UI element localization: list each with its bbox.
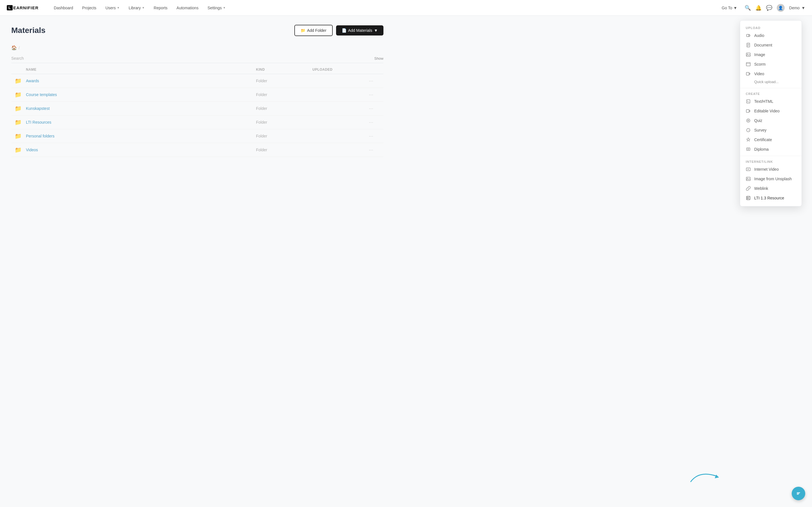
certificate-label: Certificate: [754, 137, 772, 142]
row-menu-icon[interactable]: ⋯: [369, 147, 380, 153]
svg-marker-1: [749, 34, 750, 37]
row-name: Course templates: [26, 93, 256, 97]
audio-icon: [746, 33, 751, 38]
lti-resources-row[interactable]: 📁 LTI Resources Folder ⋯: [11, 115, 384, 129]
row-kind: Folder: [256, 78, 312, 83]
svg-marker-15: [749, 110, 750, 112]
audio-label: Audio: [754, 33, 764, 38]
nav-projects[interactable]: Projects: [78, 3, 100, 12]
nav-settings[interactable]: Settings ▼: [204, 3, 230, 12]
svg-text:?: ?: [748, 129, 749, 132]
internet-section-label: INTERNET/LINK: [740, 158, 802, 165]
create-survey-item[interactable]: ? Survey: [740, 125, 802, 135]
svg-rect-20: [747, 148, 750, 151]
show-link[interactable]: Show: [374, 56, 384, 61]
text-html-icon: [746, 99, 751, 104]
scorm-icon: [746, 62, 751, 67]
row-name: Kunskapstest: [26, 106, 256, 111]
nav-reports[interactable]: Reports: [150, 3, 171, 12]
upload-image-item[interactable]: Image: [740, 50, 802, 59]
internet-video-item[interactable]: Internet Video: [740, 165, 802, 166]
breadcrumb: 🏠 /: [11, 45, 384, 50]
user-menu[interactable]: Demo ▼: [789, 6, 805, 10]
upload-audio-item[interactable]: Audio: [740, 31, 802, 40]
personal-folders-row[interactable]: 📁 Personal folders Folder ⋯: [11, 129, 384, 143]
svg-point-16: [747, 119, 750, 122]
course-templates-row[interactable]: 📁 Course templates Folder ⋯: [11, 88, 384, 102]
chat-icon[interactable]: 💬: [766, 5, 772, 11]
add-materials-button[interactable]: 📄 Add Materials ▼: [336, 25, 384, 36]
diploma-label: Diploma: [754, 147, 769, 152]
settings-chevron-icon: ▼: [223, 6, 226, 9]
search-icon[interactable]: 🔍: [745, 5, 751, 11]
row-name: Awards: [26, 78, 256, 83]
survey-label: Survey: [754, 128, 767, 132]
header-actions: 📁 Add Folder 📄 Add Materials ▼: [294, 25, 384, 36]
svg-rect-10: [746, 72, 749, 75]
page-title: Materials: [11, 26, 45, 35]
add-folder-button[interactable]: 📁 Add Folder: [294, 25, 333, 36]
certificate-icon: [746, 137, 751, 142]
table-header: NAME KIND UPLOADED: [11, 65, 384, 74]
folder-icon: 📁: [15, 77, 26, 84]
create-quiz-item[interactable]: Quiz: [740, 116, 802, 125]
row-menu-icon[interactable]: ⋯: [369, 106, 380, 111]
folder-icon: 📁: [15, 105, 26, 112]
text-html-label: Text/HTML: [754, 99, 773, 104]
notification-icon[interactable]: 🔔: [755, 5, 762, 11]
row-kind: Folder: [256, 148, 312, 152]
kunskapstest-row[interactable]: 📁 Kunskapstest Folder ⋯: [11, 102, 384, 115]
nav-automations[interactable]: Automations: [172, 3, 202, 12]
editable-video-label: Editable Video: [754, 109, 779, 113]
create-certificate-item[interactable]: Certificate: [740, 135, 802, 145]
user-chevron-icon: ▼: [801, 6, 805, 10]
app-logo[interactable]: L EARNIFIER: [7, 5, 39, 10]
row-kind: Folder: [256, 120, 312, 124]
add-materials-icon: 📄: [342, 28, 347, 33]
row-name: LTI Resources: [26, 120, 256, 124]
row-menu-icon[interactable]: ⋯: [369, 120, 380, 125]
row-menu-icon[interactable]: ⋯: [369, 92, 380, 98]
breadcrumb-home-icon[interactable]: 🏠: [11, 45, 17, 50]
awards-row[interactable]: 📁 Awards Folder ⋯: [11, 74, 384, 88]
main-content: Materials 📁 Add Folder 📄 Add Materials ▼…: [0, 16, 395, 166]
folder-icon: 📁: [15, 91, 26, 98]
row-kind: Folder: [256, 134, 312, 138]
upload-video-item[interactable]: Video: [740, 69, 802, 78]
svg-rect-14: [746, 110, 749, 112]
svg-rect-0: [747, 34, 749, 37]
row-menu-icon[interactable]: ⋯: [369, 78, 380, 83]
col-kind: KIND: [256, 68, 312, 71]
quick-upload-item[interactable]: Quick upload...: [740, 78, 802, 86]
upload-document-item[interactable]: Document: [740, 40, 802, 50]
nav-right: Go To ▼ 🔍 🔔 💬 👤 Demo ▼: [719, 4, 805, 12]
nav-users[interactable]: Users ▼: [101, 3, 123, 12]
document-label: Document: [754, 43, 772, 47]
col-actions: [369, 68, 380, 71]
nav-library[interactable]: Library ▼: [124, 3, 149, 12]
row-name: Videos: [26, 148, 256, 152]
goto-button[interactable]: Go To ▼: [719, 4, 740, 12]
create-editable-video-item[interactable]: Editable Video: [740, 106, 802, 116]
videos-row[interactable]: 📁 Videos Folder ⋯: [11, 143, 384, 157]
create-diploma-item[interactable]: Diploma: [740, 145, 802, 154]
col-uploaded: UPLOADED: [312, 68, 369, 71]
col-name: NAME: [26, 68, 256, 71]
row-menu-icon[interactable]: ⋯: [369, 133, 380, 139]
create-section-label: CREATE: [740, 90, 802, 97]
add-materials-dropdown: UPLOAD Audio Document Image Scorm Video …: [740, 20, 802, 166]
survey-icon: ?: [746, 128, 751, 133]
upload-scorm-item[interactable]: Scorm: [740, 59, 802, 69]
create-text-html-item[interactable]: Text/HTML: [740, 97, 802, 106]
folder-icon: 📁: [15, 147, 26, 153]
search-input[interactable]: [11, 56, 96, 61]
folder-icon: 📁: [15, 119, 26, 126]
goto-chevron-icon: ▼: [733, 6, 737, 10]
page-header: Materials 📁 Add Folder 📄 Add Materials ▼: [11, 25, 384, 36]
nav-dashboard[interactable]: Dashboard: [50, 3, 77, 12]
video-label: Video: [754, 71, 764, 76]
breadcrumb-separator: /: [18, 46, 20, 50]
row-name: Personal folders: [26, 134, 256, 138]
avatar: 👤: [777, 4, 784, 12]
row-kind: Folder: [256, 93, 312, 97]
